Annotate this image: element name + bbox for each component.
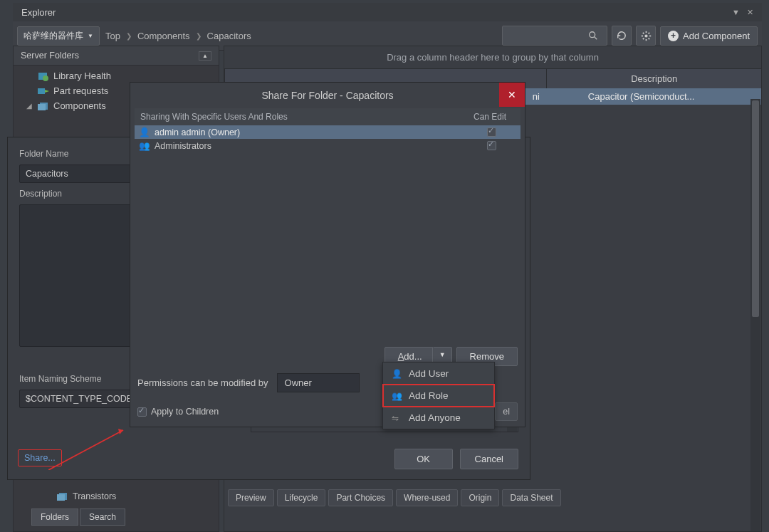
add-menu: 👤 Add User 👥 Add Role ⇋ Add Anyone [382,362,495,429]
sidebar-header-label: Server Folders [21,51,79,61]
tab-preview[interactable]: Preview [228,489,274,506]
minimize-icon[interactable]: ▼ [732,8,740,17]
breadcrumb-components[interactable]: Components [137,31,190,41]
collapse-icon[interactable]: ▲ [199,51,211,61]
can-edit-checkbox[interactable] [487,127,496,137]
add-component-label: Add Component [683,31,750,41]
expander-icon[interactable]: ◢ [26,102,33,110]
share-row-owner[interactable]: 👤admin admin (Owner) [135,125,520,139]
server-library-dropdown[interactable]: 哈萨维的器件库 ▼ [17,26,100,46]
tab-folders[interactable]: Folders [31,508,78,526]
group-icon: 👥 [139,140,150,151]
preview-tabs: Preview Lifecycle Part Choices Where-use… [228,489,561,506]
user-icon: 👤 [139,127,150,137]
share-row-label: Administrators [155,141,211,151]
permissions-dropdown[interactable]: Owner [277,373,360,392]
add-role-menuitem[interactable]: 👥 Add Role [383,385,494,407]
share-row-label: admin admin (Owner) [155,127,240,137]
ok-button[interactable]: OK [394,449,453,469]
share-link[interactable]: Share... [18,449,62,466]
gear-icon[interactable] [636,26,656,46]
user-icon: 👤 [392,369,402,379]
health-icon [38,71,49,81]
tab-lifecycle[interactable]: Lifecycle [277,489,326,506]
permissions-label: Permissions can be modified by [137,377,268,388]
tree-item-label: Transistors [73,491,116,501]
chevron-right-icon: ❯ [126,32,132,40]
apply-children-label: Apply to Children [151,407,219,417]
parts-icon [38,86,49,96]
tree-item-label: Library Health [53,71,111,81]
share-row-admins[interactable]: 👥Administrators [135,139,520,152]
group-icon: 👥 [392,391,402,401]
cancel-button[interactable]: Cancel [460,449,518,469]
breadcrumb-capacitors[interactable]: Capacitors [207,31,251,41]
tab-origin[interactable]: Origin [461,489,499,506]
svg-rect-18 [57,494,65,501]
tab-search[interactable]: Search [80,508,125,526]
tree-transistors[interactable]: Transistors [57,491,116,501]
tab-where-used[interactable]: Where-used [396,489,458,506]
tree-item-label: Components [53,100,106,111]
grid-header-description[interactable]: Description [546,69,761,88]
svg-point-2 [644,34,647,37]
close-icon[interactable]: ✕ [747,8,753,17]
folder-icon [38,101,49,111]
server-library-label: 哈萨维的器件库 [23,30,83,42]
svg-line-1 [595,37,597,40]
panel-title: Explorer [21,7,56,18]
share-col-users: Sharing With Specific Users And Roles [140,112,465,122]
svg-point-12 [43,75,48,81]
svg-rect-13 [38,88,45,94]
svg-line-9 [642,38,644,39]
dialog-title: Share For Folder - Capacitors [130,83,525,108]
svg-line-7 [642,32,644,33]
dialog-close-button[interactable]: ✕ [499,83,525,107]
folder-icon [57,491,68,501]
dialog-cancel-partial[interactable]: el [495,402,518,421]
share-col-can-edit: Can Edit [465,112,515,122]
menuitem-label: Add User [409,368,449,379]
menuitem-label: Add Anyone [409,412,461,423]
group-by-hint: Drag a column header here to group by th… [224,46,761,69]
anyone-icon: ⇋ [392,413,402,423]
tree-item-label: Part requests [53,85,108,96]
add-component-button[interactable]: + Add Component [660,26,758,46]
add-anyone-menuitem[interactable]: ⇋ Add Anyone [383,407,494,429]
svg-line-10 [648,32,649,33]
chevron-right-icon: ❯ [196,32,202,40]
permissions-value: Owner [285,377,312,388]
tab-part-choices[interactable]: Part Choices [328,489,393,506]
breadcrumb: Top ❯ Components ❯ Capacitors [105,31,251,41]
svg-line-8 [648,38,649,39]
svg-point-0 [590,32,595,38]
scrollbar-vertical[interactable] [750,99,760,531]
tab-data-sheet[interactable]: Data Sheet [502,489,560,506]
search-icon[interactable] [502,26,607,46]
breadcrumb-top[interactable]: Top [105,31,120,41]
menuitem-label: Add Role [409,390,449,401]
refresh-icon[interactable] [612,26,632,46]
add-user-menuitem[interactable]: 👤 Add User [383,363,494,385]
apply-children-checkbox[interactable] [137,407,147,417]
plus-icon: + [668,31,679,41]
can-edit-checkbox[interactable] [487,141,496,150]
tree-library-health[interactable]: Library Health [18,68,214,83]
grid-cell-desc: Capacitor (Semiconduct... [545,91,755,102]
chevron-down-icon: ▼ [88,33,93,39]
svg-rect-15 [38,104,46,110]
